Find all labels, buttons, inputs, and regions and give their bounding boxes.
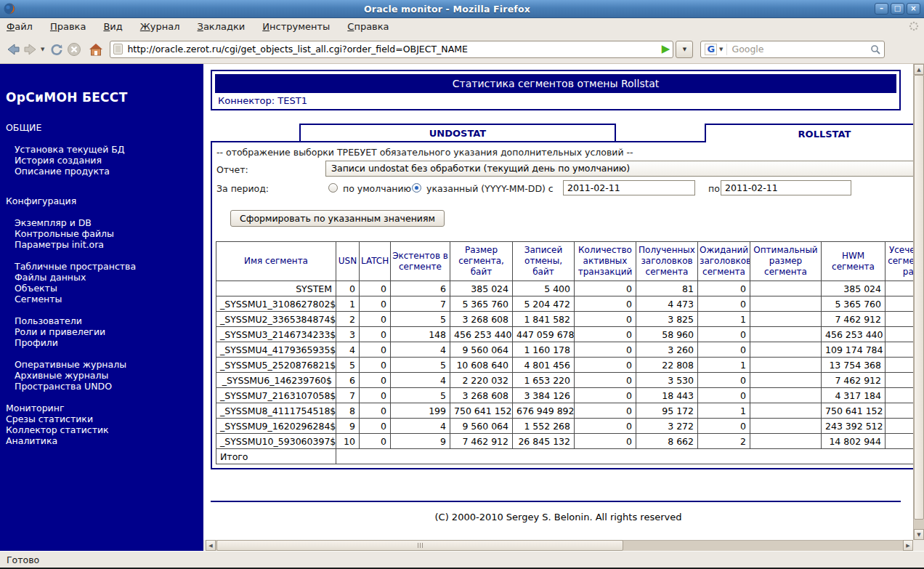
page-title: Статистика сегментов отмены Rollstat bbox=[215, 74, 896, 93]
sidebar-item-1[interactable]: Установка текущей БД bbox=[15, 144, 199, 155]
table-cell: 0 bbox=[575, 358, 636, 373]
vertical-scroll-thumb[interactable] bbox=[914, 75, 924, 520]
sidebar-item-18[interactable]: Мониторинг bbox=[6, 403, 199, 413]
col-header-2: LATCH bbox=[360, 242, 391, 281]
forward-dropdown-icon[interactable]: ▼ bbox=[41, 47, 44, 52]
menu-item-3[interactable]: Журнал bbox=[140, 21, 180, 32]
date-to-input[interactable] bbox=[721, 180, 851, 195]
table-row: _SYSSMU5_2520876821$50510 608 6404 801 4… bbox=[216, 358, 914, 373]
table-row: _SYSSMU3_2146734233$30148456 253 440447 … bbox=[216, 327, 914, 342]
table-cell bbox=[885, 403, 914, 419]
radio-specified[interactable] bbox=[412, 183, 421, 193]
stop-icon bbox=[66, 41, 82, 57]
scroll-down-icon[interactable]: ▼ bbox=[914, 529, 924, 540]
sidebar-item-8[interactable]: Табличные пространства bbox=[15, 261, 199, 272]
maximize-button[interactable]: □ bbox=[891, 3, 904, 15]
reload-button[interactable] bbox=[49, 39, 65, 60]
sidebar-item-13[interactable]: Роли и привелегии bbox=[15, 326, 199, 337]
menu-item-4[interactable]: Закладки bbox=[198, 21, 246, 32]
sidebar-item-5[interactable]: Экземпляр и DB bbox=[15, 217, 199, 228]
sidebar-item-12[interactable]: Пользователи bbox=[15, 315, 199, 326]
menu-item-1[interactable]: Правка bbox=[50, 21, 86, 32]
sidebar-item-17[interactable]: Пространства UNDO bbox=[15, 381, 199, 392]
sidebar-item-7[interactable]: Параметры init.ora bbox=[15, 239, 199, 250]
sidebar-item-15[interactable]: Оперативные журналы bbox=[15, 359, 199, 370]
vertical-scrollbar[interactable]: ▲ ▼ bbox=[913, 64, 924, 540]
horizontal-scroll-thumb[interactable] bbox=[216, 540, 623, 551]
scroll-up-icon[interactable]: ▲ bbox=[914, 64, 924, 75]
search-input[interactable] bbox=[732, 44, 870, 55]
table-cell: 0 bbox=[575, 419, 636, 434]
col-header-9: Оптимальный размер сегмента bbox=[750, 242, 822, 281]
table-cell: _SYSSMU8_4111754518$ bbox=[216, 403, 336, 419]
period-label: За период: bbox=[216, 183, 269, 194]
search-engine-selector[interactable]: G ▼ bbox=[705, 44, 727, 55]
sidebar-item-11[interactable]: Сегменты bbox=[15, 294, 199, 304]
sidebar-item-14[interactable]: Профили bbox=[15, 337, 199, 348]
sidebar-item-19[interactable]: Срезы статистики bbox=[6, 413, 199, 424]
table-cell: 4 bbox=[336, 342, 360, 358]
search-engine-dropdown-icon: ▼ bbox=[719, 47, 723, 52]
table-cell: 7 462 912 bbox=[822, 373, 885, 388]
table-cell: 5 bbox=[391, 388, 450, 403]
search-box[interactable]: G ▼ bbox=[700, 41, 885, 58]
table-cell: 2 bbox=[698, 434, 750, 449]
table-cell: 3 268 608 bbox=[450, 312, 513, 327]
scroll-right-icon[interactable]: ▶ bbox=[903, 540, 913, 551]
url-history-dropdown[interactable]: ▼ bbox=[676, 41, 693, 58]
date-from-input[interactable] bbox=[563, 180, 695, 195]
submit-button[interactable]: Сформировать по указанным значениям bbox=[230, 210, 445, 227]
table-cell: 4 bbox=[391, 373, 450, 388]
go-button[interactable]: ▶ bbox=[662, 44, 670, 55]
tab-undostat[interactable]: UNDOSTAT bbox=[299, 124, 616, 142]
menu-item-6[interactable]: Справка bbox=[347, 21, 389, 32]
table-cell: 9 bbox=[391, 434, 450, 449]
table-cell: 0 bbox=[575, 312, 636, 327]
sidebar-item-2[interactable]: История создания bbox=[15, 155, 199, 166]
tab-rollstat[interactable]: ROLLSTAT bbox=[705, 124, 913, 142]
table-cell: 9 bbox=[336, 419, 360, 434]
menu-item-0[interactable]: Файл bbox=[7, 21, 33, 32]
table-cell: 0 bbox=[698, 388, 750, 403]
table-cell: 3 825 bbox=[636, 312, 698, 327]
report-select[interactable]: Записи undostat без обработки (текущий д… bbox=[325, 161, 913, 177]
sidebar-item-3[interactable]: Описание продукта bbox=[15, 166, 199, 177]
back-button[interactable] bbox=[5, 39, 21, 60]
scroll-left-icon[interactable]: ◀ bbox=[206, 540, 216, 551]
sidebar-item-6[interactable]: Контрольные файлы bbox=[15, 228, 199, 239]
table-cell bbox=[750, 388, 822, 403]
radio-default[interactable] bbox=[328, 183, 338, 193]
table-cell: 3 268 608 bbox=[450, 388, 513, 403]
reload-icon bbox=[49, 41, 65, 57]
table-cell: 14 802 944 bbox=[822, 434, 885, 449]
forward-arrow-icon bbox=[23, 41, 38, 57]
sidebar-item-16[interactable]: Архивные журналы bbox=[15, 370, 199, 381]
table-cell: 5 bbox=[391, 358, 450, 373]
table-cell: 9 560 064 bbox=[450, 342, 513, 358]
sidebar-item-20[interactable]: Коллектор статистик bbox=[6, 424, 199, 435]
table-row: _SYSSMU1_3108627802$1075 365 7605 204 47… bbox=[216, 296, 914, 312]
menu-item-2[interactable]: Вид bbox=[103, 21, 122, 32]
sidebar-item-10[interactable]: Объекты bbox=[15, 283, 199, 294]
url-bar[interactable]: ▶ bbox=[110, 41, 673, 58]
menu-item-5[interactable]: Инструменты bbox=[262, 21, 330, 32]
page-favicon-icon bbox=[113, 44, 123, 55]
table-cell: _SYSSMU4_4179365935$ bbox=[216, 342, 336, 358]
table-cell: 2 220 032 bbox=[450, 373, 513, 388]
minimize-button[interactable]: – bbox=[875, 3, 888, 15]
table-cell: 0 bbox=[698, 373, 750, 388]
sidebar-item-21[interactable]: Аналитика bbox=[6, 435, 199, 446]
magnifier-icon[interactable] bbox=[870, 44, 880, 55]
table-cell: 5 400 bbox=[513, 281, 575, 296]
google-icon: G bbox=[705, 44, 717, 55]
sidebar-item-9[interactable]: Файлы данных bbox=[15, 272, 199, 283]
tab-panel-leftline bbox=[211, 141, 212, 469]
home-button[interactable] bbox=[88, 39, 104, 60]
close-button[interactable]: × bbox=[907, 3, 920, 15]
table-cell: 6 bbox=[391, 281, 450, 296]
horizontal-scrollbar[interactable]: ◀ ▶ bbox=[206, 540, 913, 551]
url-input[interactable] bbox=[127, 44, 658, 55]
stop-button[interactable] bbox=[66, 39, 82, 60]
table-cell: 81 bbox=[636, 281, 698, 296]
forward-button[interactable] bbox=[23, 39, 38, 60]
